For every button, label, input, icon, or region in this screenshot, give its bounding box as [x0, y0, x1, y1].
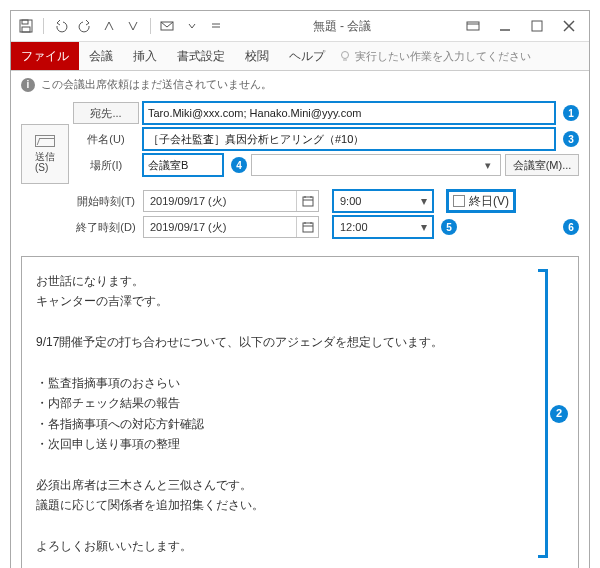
info-icon: i — [21, 78, 35, 92]
tab-help[interactable]: ヘルプ — [279, 42, 335, 70]
location-field[interactable]: 会議室B — [143, 154, 223, 176]
to-field[interactable]: Taro.Miki@xxx.com; Hanako.Mini@yyy.com — [143, 102, 555, 124]
svg-rect-18 — [303, 223, 313, 232]
location-value: 会議室B — [148, 158, 188, 173]
svg-rect-9 — [532, 21, 542, 31]
svg-rect-6 — [467, 22, 479, 30]
info-bar: i この会議出席依頼はまだ送信されていません。 — [11, 71, 589, 98]
window-title: 無題 - 会議 — [225, 18, 459, 35]
chevron-down-icon: ▾ — [416, 194, 432, 208]
end-date-value: 2019/09/17 (火) — [144, 220, 296, 235]
calendar-icon[interactable] — [296, 217, 318, 237]
end-label: 終了時刻(D) — [73, 220, 139, 235]
tab-review[interactable]: 校閲 — [235, 42, 279, 70]
ribbon-tabs: ファイル 会議 挿入 書式設定 校閲 ヘルプ 実行したい作業を入力してください — [11, 41, 589, 71]
subject-value: ［子会社監査］真因分析ヒアリング（#10） — [148, 132, 364, 147]
svg-point-12 — [342, 52, 349, 59]
ribbon-display-icon[interactable] — [459, 15, 487, 37]
start-date-field[interactable]: 2019/09/17 (火) — [143, 190, 319, 212]
to-value: Taro.Miki@xxx.com; Hanako.Mini@yyy.com — [148, 107, 361, 119]
tab-insert[interactable]: 挿入 — [123, 42, 167, 70]
window-controls — [459, 15, 583, 37]
start-label: 開始時刻(T) — [73, 194, 139, 209]
titlebar: 無題 - 会議 — [11, 11, 589, 41]
callout-1: 1 — [563, 105, 579, 121]
dropdown-icon[interactable] — [183, 17, 201, 35]
svg-rect-14 — [303, 197, 313, 206]
send-button[interactable]: 送信 (S) — [21, 124, 69, 184]
save-icon[interactable] — [17, 17, 35, 35]
forward-icon[interactable] — [124, 17, 142, 35]
reply-icon[interactable] — [100, 17, 118, 35]
location-rest[interactable]: ▾ — [251, 154, 501, 176]
maximize-icon[interactable] — [523, 15, 551, 37]
start-date-value: 2019/09/17 (火) — [144, 194, 296, 209]
end-date-field[interactable]: 2019/09/17 (火) — [143, 216, 319, 238]
allday-checkbox[interactable]: 終日(V) — [447, 190, 515, 212]
tell-me[interactable]: 実行したい作業を入力してください — [339, 49, 531, 64]
send-icon — [35, 135, 55, 147]
callout-5: 5 — [441, 219, 457, 235]
send-accel: (S) — [35, 162, 48, 173]
tab-format[interactable]: 書式設定 — [167, 42, 235, 70]
send-receive-icon[interactable] — [159, 17, 177, 35]
callout-2: 2 — [550, 405, 568, 423]
callout-6: 6 — [563, 219, 579, 235]
close-icon[interactable] — [555, 15, 583, 37]
end-time-field[interactable]: 12:00 ▾ — [333, 216, 433, 238]
meeting-window: 無題 - 会議 ファイル 会議 挿入 書式設定 校閲 ヘルプ 実行したい作業を入… — [10, 10, 590, 568]
to-button[interactable]: 宛先... — [73, 102, 139, 124]
location-label: 場所(I) — [73, 154, 139, 176]
customize-qat-icon[interactable] — [207, 17, 225, 35]
body-editor[interactable]: お世話になります。 キャンターの吉澤です。 9/17開催予定の打ち合わせについて… — [21, 256, 579, 568]
info-text: この会議出席依頼はまだ送信されていません。 — [41, 77, 272, 92]
undo-icon[interactable] — [52, 17, 70, 35]
allday-label: 終日(V) — [469, 193, 509, 210]
checkbox-icon — [453, 195, 465, 207]
chevron-down-icon: ▾ — [480, 159, 496, 172]
quick-access-toolbar — [17, 17, 225, 35]
tab-file[interactable]: ファイル — [11, 42, 79, 70]
meeting-form: 送信 (S) 宛先... Taro.Miki@xxx.com; Hanako.M… — [11, 98, 589, 250]
tell-me-placeholder: 実行したい作業を入力してください — [355, 49, 531, 64]
minimize-icon[interactable] — [491, 15, 519, 37]
send-label: 送信 — [35, 151, 55, 162]
callout-3: 3 — [563, 131, 579, 147]
end-time-value: 12:00 — [334, 221, 416, 233]
body-bracket — [538, 269, 548, 558]
subject-label: 件名(U) — [73, 128, 139, 150]
svg-rect-1 — [22, 20, 28, 24]
tab-meeting[interactable]: 会議 — [79, 42, 123, 70]
rooms-button[interactable]: 会議室(M)... — [505, 154, 579, 176]
start-time-value: 9:00 — [334, 195, 416, 207]
chevron-down-icon: ▾ — [416, 220, 432, 234]
redo-icon[interactable] — [76, 17, 94, 35]
lightbulb-icon — [339, 50, 351, 62]
start-time-field[interactable]: 9:00 ▾ — [333, 190, 433, 212]
body-text: お世話になります。 キャンターの吉澤です。 9/17開催予定の打ち合わせについて… — [36, 271, 564, 556]
subject-field[interactable]: ［子会社監査］真因分析ヒアリング（#10） — [143, 128, 555, 150]
callout-4: 4 — [231, 157, 247, 173]
calendar-icon[interactable] — [296, 191, 318, 211]
svg-rect-2 — [22, 27, 30, 32]
